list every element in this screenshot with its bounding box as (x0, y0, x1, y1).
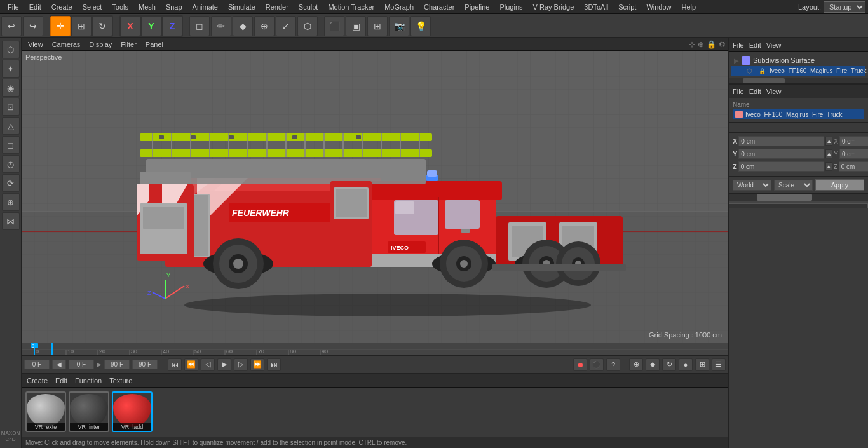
menu-edit[interactable]: Edit (24, 2, 46, 12)
material-swatch-2[interactable]: VR_ladd (112, 391, 153, 432)
scale-dropdown[interactable]: Scale Size (774, 180, 813, 191)
coord-y-arrow1[interactable]: ▲ (825, 149, 832, 158)
world-dropdown[interactable]: World Object Local (733, 180, 771, 191)
generator-btn[interactable]: ⊕ (254, 16, 275, 36)
coord-x-val2[interactable] (839, 136, 868, 146)
om-row-subdivision[interactable]: ▶ Subdivision Surface (731, 55, 865, 66)
menu-vray[interactable]: V-Ray Bridge (528, 2, 580, 12)
play-btn[interactable]: ▶ (217, 358, 231, 371)
menu-window[interactable]: Window (641, 2, 676, 12)
points-mode-btn[interactable]: ⬡ (2, 41, 20, 58)
attr-obj-row[interactable]: Iveco_FF160_Magirus_Fire_Truck (733, 109, 864, 119)
workplane-btn[interactable]: ◻ (2, 136, 20, 154)
texture-mode-btn[interactable]: △ (2, 117, 20, 135)
menu-mograph[interactable]: MoGraph (379, 2, 419, 12)
camera-btn[interactable]: 📷 (389, 16, 409, 36)
coord-x-arrow1[interactable]: ▲ (825, 137, 832, 146)
goto-end-btn[interactable]: ⏭ (267, 358, 281, 371)
viewport3-btn[interactable]: ⊞ (367, 16, 388, 36)
menu-animate[interactable]: Animate (187, 2, 223, 12)
motion-path-btn[interactable]: ⊕ (629, 358, 643, 371)
vp-menu-filter[interactable]: Filter (117, 40, 140, 49)
attr-menu-file[interactable]: File (733, 88, 744, 95)
coord-z-val2[interactable] (839, 161, 868, 172)
menu-file[interactable]: File (3, 2, 24, 12)
menu-tools[interactable]: Tools (107, 2, 133, 12)
apply-button[interactable]: Apply (815, 179, 864, 191)
menu-plugins[interactable]: Plugins (494, 2, 527, 12)
vp-menu-view[interactable]: View (24, 40, 47, 49)
sculpt-btn[interactable]: ⊕ (2, 193, 20, 211)
menu-sculpt[interactable]: Sculpt (294, 2, 323, 12)
om-menu-file[interactable]: File (733, 41, 744, 49)
snap-btn[interactable]: ◷ (2, 155, 20, 173)
menu-help[interactable]: Help (677, 2, 702, 12)
vp-center-icon[interactable]: ⊕ (698, 40, 704, 49)
bottom-scrollbar[interactable] (729, 201, 868, 208)
viewport1-btn[interactable]: ⬛ (324, 16, 344, 36)
keyframe-btn[interactable]: ◆ (646, 358, 660, 371)
coord-y-val1[interactable] (738, 149, 824, 159)
redo-btn[interactable]: ↪ (23, 16, 43, 36)
next-key-btn[interactable]: ▷ (234, 358, 248, 371)
preview-btn[interactable]: ● (679, 358, 693, 371)
bottom-scrollbar-thumb[interactable] (729, 203, 868, 208)
vp-lock-icon[interactable]: 🔒 (707, 40, 716, 49)
viewport-canvas[interactable]: Perspective (22, 51, 728, 343)
menu-script[interactable]: Script (613, 2, 641, 12)
help-btn[interactable]: ? (606, 358, 620, 371)
prev-key-btn[interactable]: ◁ (201, 358, 215, 371)
menu-simulate[interactable]: Simulate (223, 2, 261, 12)
current-frame-field[interactable] (69, 360, 94, 369)
polygon-mode-btn[interactable]: ◉ (2, 79, 20, 97)
menu-select[interactable]: Select (78, 2, 107, 12)
menu-mesh[interactable]: Mesh (133, 2, 161, 12)
autokey-btn[interactable]: ⚫ (590, 358, 604, 371)
rotate-tool-btn[interactable]: ↻ (92, 16, 112, 36)
light-btn[interactable]: 💡 (410, 16, 431, 36)
nurbs-btn[interactable]: ◆ (233, 16, 253, 36)
menu-3dtoall[interactable]: 3DToAll (579, 2, 613, 12)
right-scrollbar-thumb[interactable] (757, 194, 813, 201)
object-mode-btn[interactable]: ◻ (189, 16, 210, 36)
playback-arrows-left[interactable] (52, 360, 66, 369)
timeline-icon-btn[interactable]: ☰ (712, 358, 726, 371)
om-row-truck[interactable]: ⬡ 🔒 Iveco_FF160_Magirus_Fire_Truck (731, 66, 865, 76)
object-mode-btn2[interactable]: ⊡ (2, 98, 20, 116)
coord-z-val1[interactable] (738, 161, 824, 172)
scale-tool-btn[interactable]: ⊞ (71, 16, 92, 36)
timeline-playhead[interactable] (51, 343, 53, 355)
material-swatch-1[interactable]: VR_inter (69, 391, 109, 432)
om-menu-edit[interactable]: Edit (749, 41, 761, 49)
attr-menu-edit[interactable]: Edit (749, 88, 761, 95)
spline-btn[interactable]: ✏ (211, 16, 231, 36)
coord-z-arrow1[interactable]: ▲ (825, 162, 832, 171)
menu-render[interactable]: Render (261, 2, 294, 12)
vp-expand-icon[interactable]: ⊹ (689, 40, 695, 49)
vp-menu-panel[interactable]: Panel (142, 40, 167, 49)
mat-menu-create[interactable]: Create (27, 377, 48, 384)
vp-menu-display[interactable]: Display (85, 40, 116, 49)
x-axis-btn[interactable]: X (120, 16, 140, 36)
vp-settings-icon[interactable]: ⚙ (719, 40, 726, 49)
menu-create[interactable]: Create (46, 2, 78, 12)
viewport2-btn[interactable]: ▣ (346, 16, 366, 36)
undo-btn[interactable]: ↩ (1, 16, 22, 36)
layout-select[interactable]: Startup (824, 1, 865, 13)
move-tool-btn[interactable]: ✛ (50, 16, 71, 36)
mat-menu-function[interactable]: Function (75, 377, 102, 384)
timeline-ruler[interactable]: 0 10 20 30 40 50 60 70 80 (22, 343, 728, 355)
grid-btn[interactable]: ⊞ (695, 358, 709, 371)
menu-pipeline[interactable]: Pipeline (459, 2, 494, 12)
edge-mode-btn[interactable]: ✦ (2, 60, 20, 78)
field-btn[interactable]: ⬡ (297, 16, 318, 36)
om-menu-view[interactable]: View (766, 41, 782, 49)
deformer-btn[interactable]: ⤢ (276, 16, 296, 36)
attr-menu-view[interactable]: View (766, 88, 782, 95)
start-frame-field[interactable] (24, 360, 50, 369)
coord-x-val1[interactable] (738, 136, 824, 146)
paint-btn[interactable]: ⋈ (2, 212, 20, 230)
goto-start-btn[interactable]: ⏮ (168, 358, 182, 371)
mat-menu-texture[interactable]: Texture (109, 377, 132, 384)
material-swatch-0[interactable]: VR_exte (25, 391, 66, 432)
